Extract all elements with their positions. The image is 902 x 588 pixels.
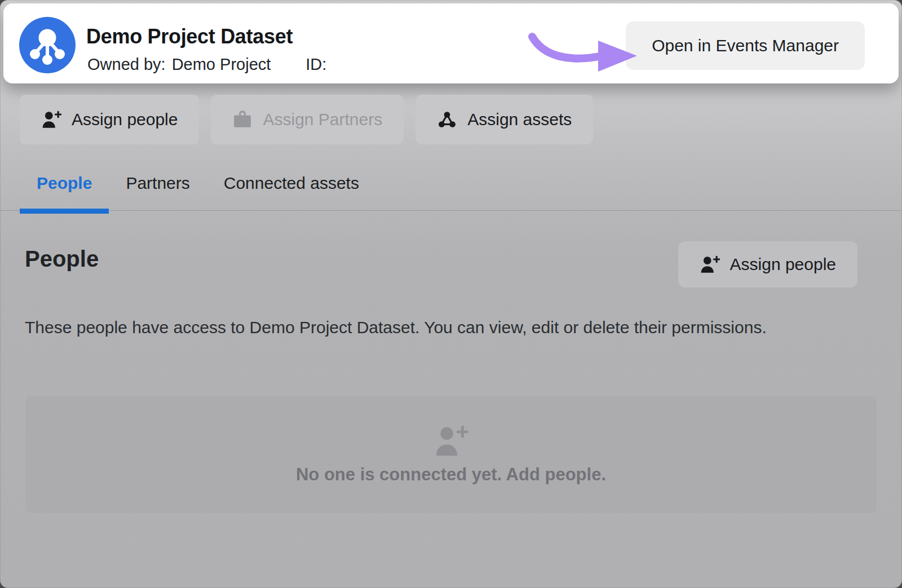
dataset-subtitle: Owned by: Demo Project ID: (87, 55, 326, 74)
tab-bar: People Partners Connected assets (20, 158, 376, 214)
dataset-network-icon (19, 17, 76, 73)
dataset-avatar (19, 17, 76, 73)
person-plus-icon (41, 110, 61, 129)
owned-by-value: Demo Project (172, 55, 271, 74)
open-in-events-manager-button[interactable]: Open in Events Manager (626, 21, 865, 70)
dataset-header: Demo Project Dataset Owned by: Demo Proj… (3, 3, 899, 83)
tab-people[interactable]: People (20, 158, 109, 214)
assign-people-label: Assign people (72, 110, 178, 129)
empty-state: No one is connected yet. Add people. (25, 396, 877, 513)
tab-partners[interactable]: Partners (109, 158, 206, 214)
people-description: These people have access to Demo Project… (25, 313, 775, 342)
owned-by-label: Owned by: (87, 55, 166, 74)
person-plus-icon (700, 255, 720, 273)
assign-assets-label: Assign assets (467, 110, 572, 129)
people-heading: People (25, 246, 99, 272)
assign-people-secondary-button[interactable]: Assign people (678, 241, 857, 288)
assign-people-secondary-label: Assign people (730, 255, 836, 274)
page-title: Demo Project Dataset (86, 25, 293, 48)
toolbar: Assign people Assign Partners Assign ass… (20, 95, 593, 144)
id-label: ID: (306, 55, 326, 74)
person-plus-icon (433, 425, 469, 457)
node-triangle-icon (437, 110, 457, 129)
page: Demo Project Dataset Owned by: Demo Proj… (0, 0, 902, 588)
tab-connected-assets[interactable]: Connected assets (207, 158, 376, 214)
assign-partners-button[interactable]: Assign Partners (211, 95, 404, 144)
assign-people-button[interactable]: Assign people (20, 95, 199, 144)
assign-partners-label: Assign Partners (263, 110, 382, 129)
empty-state-text: No one is connected yet. Add people. (296, 465, 606, 485)
briefcase-icon (232, 110, 253, 129)
assign-assets-button[interactable]: Assign assets (415, 95, 593, 144)
